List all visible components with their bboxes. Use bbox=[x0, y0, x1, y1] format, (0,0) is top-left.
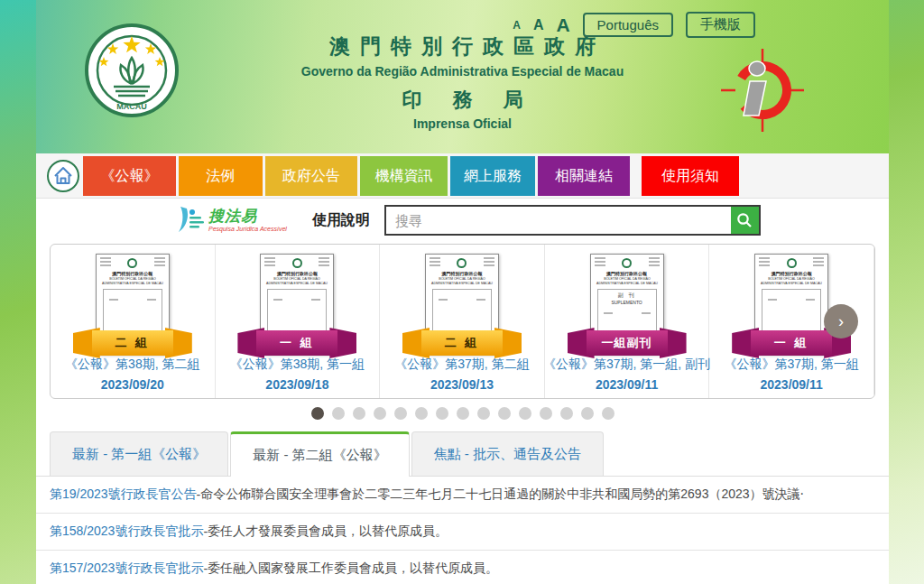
carousel-next-button[interactable]: › bbox=[824, 304, 858, 338]
gazette-item-2[interactable]: 澳門特別行政區公報 BOLETIM OFICIAL DA REGIÃO ADMI… bbox=[216, 245, 381, 398]
document-summary: 委任人才發展委員會成員，以替代原成員。 bbox=[208, 524, 448, 540]
carousel-pagination bbox=[36, 407, 889, 420]
gazette-date: 2023/09/11 bbox=[761, 377, 823, 392]
carousel-dot-5[interactable] bbox=[394, 407, 407, 420]
list-item[interactable]: 第157/2023號行政長官批示 - 委任融入國家發展工作委員會成員，以替代原成… bbox=[36, 551, 889, 584]
font-size-small-button[interactable]: A bbox=[513, 19, 521, 32]
gazette-title-link[interactable]: 《公報》第37期, 第一組 bbox=[724, 357, 858, 373]
gazette-title-link[interactable]: 《公報》第38期, 第一組 bbox=[230, 357, 365, 373]
nav-item-online-services[interactable]: 網上服務 bbox=[450, 156, 535, 196]
carousel-dot-9[interactable] bbox=[477, 407, 490, 420]
search-icon bbox=[736, 212, 753, 228]
group-ribbon: 一組副刊 bbox=[568, 328, 687, 358]
chevron-right-icon: › bbox=[838, 312, 844, 331]
list-item[interactable]: 第19/2023號行政長官公告 - 命令公佈聯合國安全理事會於二零二三年七月二十… bbox=[36, 477, 889, 514]
carousel-dot-1[interactable] bbox=[311, 407, 324, 420]
carousel-dot-11[interactable] bbox=[519, 407, 531, 420]
cover-emblem-icon bbox=[787, 258, 797, 268]
carousel-dot-6[interactable] bbox=[415, 407, 428, 420]
main-content-area: MACAU 澳門特別行政區政府 Governo da Região Admini… bbox=[36, 0, 889, 584]
group-ribbon: 二 組 bbox=[73, 328, 192, 358]
tab-series2-gazette[interactable]: 最新 - 第二組《公報》 bbox=[230, 431, 409, 477]
main-navigation: 《公報》 法例 政府公告 機構資訊 網上服務 相關連結 使用須知 bbox=[36, 153, 889, 199]
gazette-cover: 澳門特別行政區公報 BOLETIM OFICIAL DA REGIÃO ADMI… bbox=[425, 254, 499, 348]
cover-emblem-icon bbox=[457, 258, 467, 268]
news-tabs: 最新 - 第一組《公報》 最新 - 第二組《公報》 焦點 - 批示、通告及公告 bbox=[36, 431, 889, 477]
home-button[interactable] bbox=[43, 156, 83, 196]
nav-item-about[interactable]: 機構資訊 bbox=[360, 156, 448, 196]
carousel-dot-15[interactable] bbox=[602, 407, 614, 420]
usage-instructions-link[interactable]: 使用說明 bbox=[312, 211, 370, 230]
nav-item-gov-notices[interactable]: 政府公告 bbox=[265, 156, 357, 196]
header-controls: A A A Português 手機版 bbox=[513, 12, 755, 38]
group-ribbon: 一 組 bbox=[237, 328, 356, 358]
nav-item-related-links[interactable]: 相關連結 bbox=[538, 156, 630, 196]
nav-item-usage-notes[interactable]: 使用須知 bbox=[642, 156, 739, 196]
gazette-cover: 澳門特別行政區公報 BOLETIM OFICIAL DA REGIÃO ADMI… bbox=[754, 254, 828, 348]
home-icon bbox=[46, 159, 80, 193]
gazette-item-4[interactable]: 澳門特別行政區公報 BOLETIM OFICIAL DA REGIÃO ADMI… bbox=[545, 245, 710, 398]
gazette-cover: 澳門特別行政區公報 BOLETIM OFICIAL DA REGIÃO ADMI… bbox=[260, 254, 334, 348]
gazette-title-link[interactable]: 《公報》第38期, 第二組 bbox=[65, 357, 199, 373]
carousel-dot-7[interactable] bbox=[436, 407, 448, 420]
document-link[interactable]: 第158/2023號行政長官批示 bbox=[50, 524, 203, 540]
gazette-cover: 澳門特別行政區公報 BOLETIM OFICIAL DA REGIÃO ADMI… bbox=[590, 254, 664, 348]
gazette-news-list: 第19/2023號行政長官公告 - 命令公佈聯合國安全理事會於二零二三年七月二十… bbox=[36, 477, 889, 584]
nav-item-legislation[interactable]: 法例 bbox=[179, 156, 263, 196]
font-size-medium-button[interactable]: A bbox=[533, 17, 544, 33]
gazette-carousel: 澳門特別行政區公報 BOLETIM OFICIAL DA REGIÃO ADMI… bbox=[50, 244, 875, 399]
carousel-dot-13[interactable] bbox=[560, 407, 573, 420]
document-link[interactable]: 第157/2023號行政長官批示 bbox=[50, 561, 203, 577]
search-button[interactable] bbox=[731, 207, 759, 234]
carousel-dot-12[interactable] bbox=[540, 407, 552, 420]
font-size-large-button[interactable]: A bbox=[556, 14, 569, 36]
carousel-dot-4[interactable] bbox=[374, 407, 386, 420]
gazette-item-1[interactable]: 澳門特別行政區公報 BOLETIM OFICIAL DA REGIÃO ADMI… bbox=[51, 245, 216, 398]
group-ribbon: 二 組 bbox=[402, 328, 522, 358]
carousel-dot-2[interactable] bbox=[332, 407, 345, 420]
legal-search-logo-icon bbox=[176, 206, 207, 235]
gazette-date: 2023/09/11 bbox=[596, 377, 658, 392]
search-row: 搜法易 Pesquisa Jurídica Acessível 使用說明 bbox=[36, 199, 889, 242]
cover-emblem-icon bbox=[292, 258, 302, 268]
gazette-date: 2023/09/20 bbox=[101, 377, 164, 392]
tab-highlights[interactable]: 焦點 - 批示、通告及公告 bbox=[411, 431, 604, 476]
gazette-cover: 澳門特別行政區公報 BOLETIM OFICIAL DA REGIÃO ADMI… bbox=[96, 254, 170, 348]
legal-search-logo-subtext: Pesquisa Jurídica Acessível bbox=[208, 226, 287, 232]
list-item[interactable]: 第158/2023號行政長官批示 - 委任人才發展委員會成員，以替代原成員。 bbox=[36, 514, 889, 551]
mobile-version-button[interactable]: 手機版 bbox=[686, 12, 755, 38]
document-summary: 命令公佈聯合國安全理事會於二零二三年七月二十七日通過的關於中非共和國局勢的第26… bbox=[200, 487, 804, 503]
gazette-item-3[interactable]: 澳門特別行政區公報 BOLETIM OFICIAL DA REGIÃO ADMI… bbox=[380, 245, 545, 398]
gazette-date: 2023/09/18 bbox=[265, 377, 328, 392]
carousel-dot-3[interactable] bbox=[353, 407, 365, 420]
cover-emblem-icon bbox=[127, 258, 137, 268]
search-box bbox=[384, 205, 761, 236]
gazette-title-link[interactable]: 《公報》第37期, 第二組 bbox=[394, 357, 529, 373]
tab-series1-gazette[interactable]: 最新 - 第一組《公報》 bbox=[50, 431, 228, 476]
nav-item-gazette[interactable]: 《公報》 bbox=[83, 156, 176, 196]
document-link[interactable]: 第19/2023號行政長官公告 bbox=[50, 487, 197, 503]
imprensa-oficial-logo bbox=[719, 47, 806, 137]
carousel-dot-10[interactable] bbox=[498, 407, 511, 420]
document-summary: 委任融入國家發展工作委員會成員，以替代原成員。 bbox=[208, 561, 498, 577]
portuguese-language-button[interactable]: Português bbox=[583, 13, 673, 37]
legal-search-logo[interactable]: 搜法易 Pesquisa Jurídica Acessível bbox=[176, 206, 287, 235]
carousel-dot-8[interactable] bbox=[457, 407, 469, 420]
search-input[interactable] bbox=[386, 207, 731, 234]
gazette-date: 2023/09/13 bbox=[430, 377, 494, 392]
carousel-dot-14[interactable] bbox=[581, 407, 594, 420]
cover-emblem-icon bbox=[622, 258, 632, 268]
legal-search-logo-text: 搜法易 bbox=[208, 209, 287, 224]
site-header: MACAU 澳門特別行政區政府 Governo da Região Admini… bbox=[36, 0, 889, 153]
gazette-title-link[interactable]: 《公報》第37期, 第一組, 副刊 bbox=[543, 357, 710, 373]
